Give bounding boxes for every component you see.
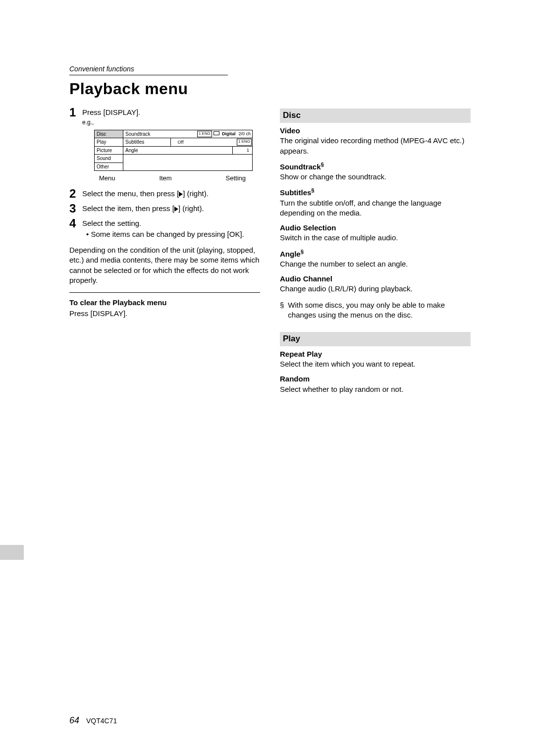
- menu-item-play: Play: [95, 138, 123, 147]
- step-body: Press [DISPLAY]. e.g., Disc Play Picture: [82, 108, 260, 184]
- label-menu: Menu: [99, 174, 115, 183]
- row-subtitles-chip: 1 ENG: [237, 139, 252, 146]
- step-body: Select the item, then press [] (right).: [82, 204, 260, 214]
- divider: [69, 292, 260, 293]
- step-body: Select the menu, then press [] (right).: [82, 189, 260, 199]
- disc-section-header: Disc: [280, 108, 471, 123]
- step-text-a: Select the menu, then press [: [82, 189, 179, 198]
- audio-channel-heading: Audio Channel: [280, 274, 471, 284]
- subtitles-heading: Subtitles§: [280, 187, 471, 198]
- footnote-star: §: [280, 300, 284, 321]
- step-text-b: ] (right).: [178, 204, 204, 213]
- row-soundtrack-label: Soundtrack: [123, 130, 197, 138]
- columns: 1 Press [DISPLAY]. e.g., Disc Play: [69, 108, 471, 396]
- step-3: 3 Select the item, then press [] (right)…: [69, 204, 260, 215]
- repeat-body: Select the item which you want to repeat…: [280, 359, 471, 369]
- footnote: § With some discs, you may only be able …: [280, 300, 471, 321]
- step-2: 2 Select the menu, then press [] (right)…: [69, 189, 260, 200]
- soundtrack-heading: Soundtrack§: [280, 161, 471, 172]
- audio-selection-heading: Audio Selection: [280, 223, 471, 233]
- menu-item-sound: Sound: [95, 155, 123, 163]
- row-angle-label: Angle: [123, 147, 178, 155]
- menu-left-pane: Disc Play Picture Sound Other: [95, 130, 123, 171]
- angle-heading: Angle§: [280, 248, 471, 259]
- menu-item-other: Other: [95, 163, 123, 171]
- repeat-heading: Repeat Play: [280, 349, 471, 359]
- clear-heading: To clear the Playback menu: [69, 298, 260, 308]
- audio-selection-body: Switch in the case of multiple audio.: [280, 233, 471, 243]
- play-section-header: Play: [280, 332, 471, 346]
- row-subtitles-label: Subtitles: [123, 138, 170, 146]
- row-soundtrack-chip: 1 ENG: [197, 131, 212, 138]
- doc-code: VQT4C71: [86, 717, 117, 725]
- row-subtitles-val: Off: [170, 138, 190, 146]
- label-setting: Setting: [226, 174, 246, 183]
- right-column: Disc Video The original video recording …: [280, 108, 471, 396]
- row-angle-val: 1: [232, 147, 252, 155]
- menu-figure: Disc Play Picture Sound Other Soundtrac: [94, 130, 253, 183]
- step-number: 1: [69, 107, 82, 118]
- step-text: Press [DISPLAY].: [82, 108, 140, 116]
- step-bullet: Some items can be changed by pressing [O…: [86, 229, 260, 239]
- page: Convenient functions Playback menu 1 Pre…: [0, 0, 535, 756]
- audio-channel-body: Change audio (LR/L/R) during playback.: [280, 284, 471, 294]
- left-column: 1 Press [DISPLAY]. e.g., Disc Play: [69, 108, 260, 396]
- step-1: 1 Press [DISPLAY]. e.g., Disc Play: [69, 108, 260, 184]
- subtitles-body: Turn the subtitle on/off, and change the…: [280, 198, 471, 218]
- right-arrow-icon: [179, 192, 183, 197]
- page-number: 64: [69, 715, 79, 725]
- label-item: Item: [159, 174, 171, 183]
- row-soundtrack-ch: 2/0 ch: [237, 130, 252, 138]
- right-arrow-icon: [174, 207, 178, 212]
- footnote-text: With some discs, you may only be able to…: [288, 300, 471, 321]
- side-tab: [0, 545, 24, 560]
- video-body: The original video recording method (MPE…: [280, 136, 471, 156]
- soundtrack-body: Show or change the soundtrack.: [280, 172, 471, 182]
- step-number: 2: [69, 188, 82, 200]
- steps-list: 1 Press [DISPLAY]. e.g., Disc Play: [69, 108, 260, 240]
- page-title: Playback menu: [69, 78, 471, 100]
- step-body: Select the setting. Some items can be ch…: [82, 218, 260, 241]
- step-number: 3: [69, 203, 82, 215]
- menu-item-picture: Picture: [95, 147, 123, 155]
- dolby-icon: [214, 131, 219, 135]
- step-text-b: ] (right).: [183, 189, 209, 198]
- section-label: Convenient functions: [69, 64, 228, 75]
- row-soundtrack-digital: Digital: [220, 130, 237, 138]
- menu-middle-pane: Soundtrack 1 ENG Digital 2/0 ch Subtitle…: [123, 130, 252, 171]
- menu-box: Disc Play Picture Sound Other Soundtrac: [94, 130, 253, 171]
- step-text-a: Select the item, then press [: [82, 204, 174, 213]
- clear-body: Press [DISPLAY].: [69, 309, 260, 319]
- menu-item-disc: Disc: [95, 130, 123, 139]
- random-heading: Random: [280, 374, 471, 384]
- eg-label: e.g.,: [82, 118, 260, 126]
- step-number: 4: [69, 217, 82, 229]
- page-footer: 64 VQT4C71: [69, 714, 117, 726]
- video-heading: Video: [280, 126, 471, 136]
- step-text: Select the setting.: [82, 218, 260, 228]
- step-4: 4 Select the setting. Some items can be …: [69, 218, 260, 241]
- depending-paragraph: Depending on the condition of the unit (…: [69, 245, 260, 285]
- angle-body: Change the number to select an angle.: [280, 259, 471, 269]
- random-body: Select whether to play random or not.: [280, 384, 471, 394]
- menu-column-labels: Menu Item Setting: [94, 174, 253, 183]
